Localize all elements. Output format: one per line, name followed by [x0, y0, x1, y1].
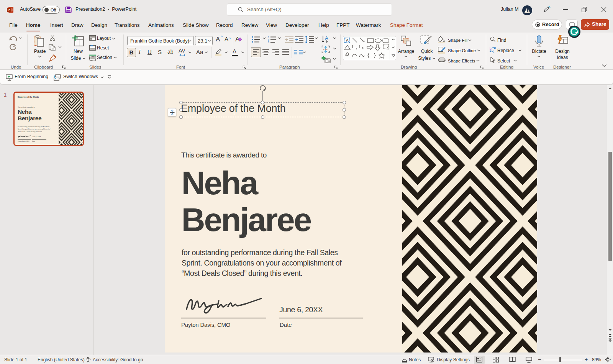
svg-text:c: c: [493, 49, 495, 53]
svg-text:P: P: [8, 8, 10, 12]
svg-text:A: A: [325, 35, 328, 41]
svg-text:A: A: [346, 38, 349, 43]
svg-text:3: 3: [268, 41, 269, 43]
svg-text:b: b: [490, 47, 492, 51]
svg-text:1: 1: [268, 36, 269, 39]
